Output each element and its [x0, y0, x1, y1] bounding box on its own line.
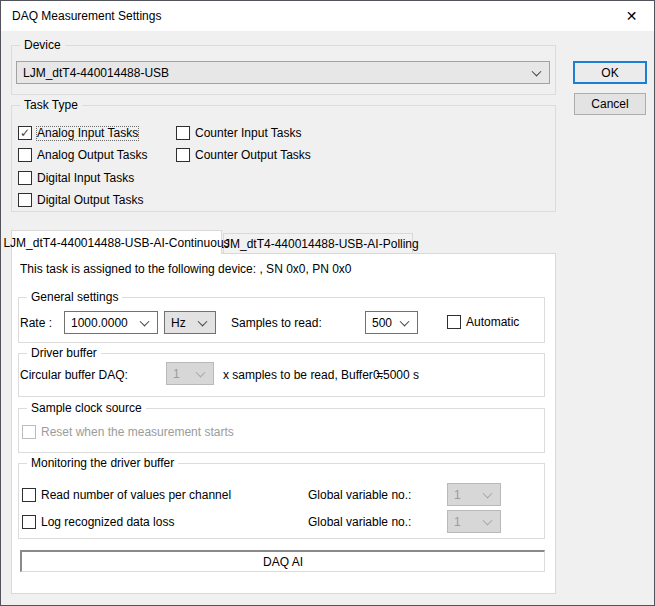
checkbox-box	[22, 488, 36, 502]
window-title: DAQ Measurement Settings	[12, 9, 161, 23]
log-data-loss-checkbox[interactable]: Log recognized data loss	[22, 515, 174, 529]
task-type-group-label: Task Type	[20, 98, 82, 112]
checkbox-counter-output-tasks[interactable]: Counter Output Tasks	[176, 148, 311, 162]
reset-on-start-checkbox: Reset when the measurement starts	[22, 425, 234, 439]
global-variable-combobox-2: 1	[447, 510, 501, 533]
checkbox-box	[18, 193, 32, 207]
chevron-down-icon	[483, 515, 493, 525]
checkbox-analog-output-tasks[interactable]: Analog Output Tasks	[18, 148, 148, 162]
checkbox-box	[447, 315, 461, 329]
chevron-down-icon	[400, 316, 410, 326]
global-variable-label: Global variable no.:	[308, 488, 411, 502]
close-icon: ✕	[626, 8, 638, 24]
automatic-checkbox[interactable]: Automatic	[447, 315, 519, 329]
tab-ai-continuous[interactable]: LJM_dtT4-440014488-USB-AI-Continuous	[11, 230, 222, 254]
rate-unit-combobox[interactable]: Hz	[164, 311, 216, 334]
rate-combobox[interactable]: 1000.0000	[64, 311, 158, 334]
driver-buffer-group-label: Driver buffer	[27, 346, 101, 360]
assignment-text: This task is assigned to the following d…	[20, 262, 352, 276]
ok-button[interactable]: OK	[573, 61, 647, 84]
checkbox-digital-output-tasks[interactable]: Digital Output Tasks	[18, 193, 144, 207]
checkbox-box	[176, 148, 190, 162]
checkbox-digital-input-tasks[interactable]: Digital Input Tasks	[18, 171, 134, 185]
global-variable-label: Global variable no.:	[308, 515, 411, 529]
global-variable-combobox-1: 1	[447, 483, 501, 506]
chevron-down-icon	[532, 66, 542, 76]
checkbox-box	[22, 425, 36, 439]
chevron-down-icon	[140, 316, 150, 326]
samples-to-read-label: Samples to read:	[231, 316, 322, 330]
daq-ai-header: DAQ AI	[20, 550, 545, 572]
device-combobox[interactable]: LJM_dtT4-440014488-USB	[16, 61, 550, 84]
chevron-down-icon	[483, 488, 493, 498]
checkbox-box	[18, 148, 32, 162]
close-button[interactable]: ✕	[609, 1, 654, 31]
checkbox-analog-input-tasks[interactable]: ✓ Analog Input Tasks	[18, 126, 138, 140]
cancel-button[interactable]: Cancel	[574, 93, 646, 115]
read-values-checkbox[interactable]: Read number of values per channel	[22, 488, 231, 502]
general-settings-group-label: General settings	[27, 290, 122, 304]
sample-clock-group-label: Sample clock source	[27, 401, 146, 415]
check-icon: ✓	[20, 128, 30, 138]
rate-label: Rate :	[20, 316, 52, 330]
daq-measurement-settings-dialog: DAQ Measurement Settings ✕ Device LJM_dt…	[0, 0, 655, 606]
tab-ai-polling[interactable]: LJM_dtT4-440014488-USB-AI-Polling	[223, 233, 413, 253]
circular-buffer-label: Circular buffer DAQ:	[20, 368, 128, 382]
checkbox-box	[176, 126, 190, 140]
chevron-down-icon	[196, 367, 206, 377]
checkbox-counter-input-tasks[interactable]: Counter Input Tasks	[176, 126, 302, 140]
device-group-label: Device	[20, 38, 65, 52]
chevron-down-icon	[198, 316, 208, 326]
checkbox-box	[18, 171, 32, 185]
monitoring-group-label: Monitoring the driver buffer	[27, 456, 178, 470]
device-combobox-value: LJM_dtT4-440014488-USB	[23, 66, 169, 80]
samples-to-read-combobox[interactable]: 500	[365, 311, 418, 334]
title-bar: DAQ Measurement Settings ✕	[1, 1, 654, 31]
circular-buffer-combobox: 1	[166, 362, 214, 385]
buffer-suffix-label: x samples to be read, Buffer =	[223, 368, 383, 382]
checkbox-box: ✓	[18, 126, 32, 140]
checkbox-box	[22, 515, 36, 529]
buffer-value: 0.5000 s	[373, 368, 419, 382]
